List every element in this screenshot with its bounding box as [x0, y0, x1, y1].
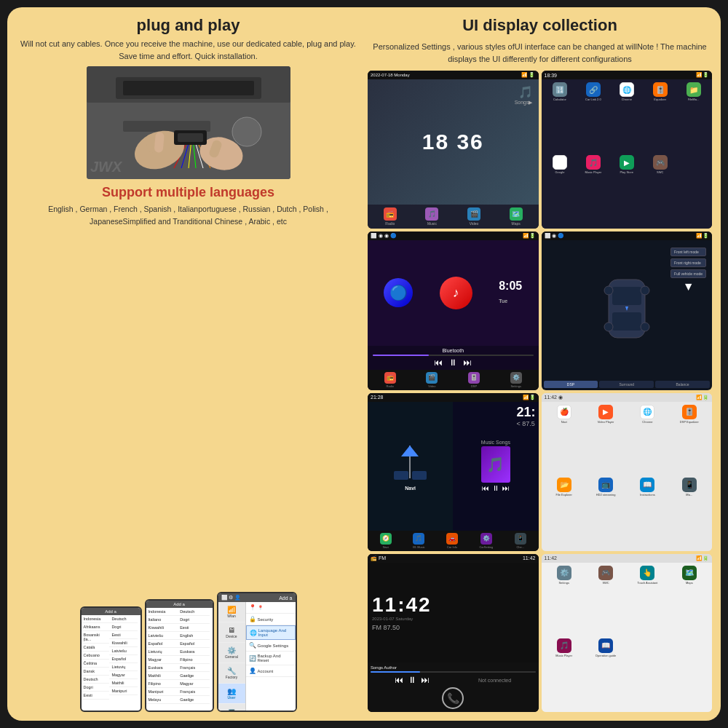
- app-hd2: 📺 HD2 streaming: [586, 478, 625, 548]
- plug-image: JWX: [87, 66, 290, 179]
- app-grid: 🔢 Calculator 🔗 Car Link 2.0 🌐 Chrome: [542, 79, 713, 229]
- ui-cell-clock1: 2022-07-18 Monday 📶 🔋 18 36 🎵 Songs▶ 📻 R…: [368, 71, 539, 229]
- lang-item: Català: [82, 644, 110, 652]
- settings-nav-factory[interactable]: 🔧 Factory: [218, 663, 245, 684]
- lang-list-panel2: Add a Indonesia Italiano Kiswahili Latvi…: [146, 601, 213, 711]
- down-arrow[interactable]: ▼: [670, 280, 706, 293]
- app-chrome: 🌐 Chrome: [611, 82, 642, 153]
- lang-item: Cebuano: [82, 652, 110, 660]
- lang-item: Español: [109, 655, 138, 663]
- b-dsp-label: DSP: [471, 384, 477, 388]
- ui-screen-dsp: ⬜ ◉ 🔵 📶🔋: [542, 232, 713, 389]
- play-icon[interactable]: ⏸: [448, 357, 457, 368]
- settings-nav-wlan[interactable]: 📶 Wlan: [218, 602, 245, 622]
- google-icon: G: [553, 155, 567, 170]
- music-next[interactable]: ⏭: [502, 484, 510, 492]
- radio-play[interactable]: ⏸: [408, 675, 416, 685]
- app-maps2: 🗺️ Maps: [670, 566, 709, 636]
- lang-item: Dogri: [178, 616, 210, 624]
- clock-main: 18 36 🎵 Songs▶: [368, 79, 539, 205]
- screen6-icons: 📶🔋: [696, 395, 709, 400]
- lang-item: Français: [178, 688, 210, 696]
- settings-nav-general[interactable]: ⚙️ General: [218, 643, 245, 663]
- swc-label: SWC: [657, 170, 663, 174]
- app-touchassist: 👆 Touch Assistant: [628, 566, 667, 636]
- app-musicplayer: 🎵 Music Player: [577, 155, 609, 226]
- plug-section: plug and play Will not cut any cables. O…: [16, 16, 360, 179]
- lang-item: Euskara: [146, 664, 178, 672]
- playstore-label: Play Store: [620, 170, 633, 174]
- settings-item-security[interactable]: 🔒 Security: [246, 614, 296, 625]
- dspeq-label: DSP Equalizer: [680, 420, 699, 424]
- app-instructions: 📖 Instructions: [628, 478, 667, 548]
- b-dsp-icon: 🎚️: [468, 372, 480, 384]
- navi-label: Navi: [383, 545, 389, 549]
- ui-display-title: UI display collection: [368, 16, 712, 35]
- dsp-tab-surround[interactable]: Surround: [599, 381, 654, 388]
- settings-nav-device[interactable]: 🖥 Device: [218, 622, 245, 643]
- google-label: Google: [555, 170, 564, 174]
- b-settings-label: Settings: [510, 384, 521, 388]
- chrome2-icon: 🌐: [640, 405, 654, 419]
- b-settings-icon: ⚙️: [510, 372, 522, 384]
- settings-nav-system[interactable]: 💻 System: [218, 704, 245, 711]
- song-title: Songs Author: [371, 665, 536, 670]
- videoplayer-icon: ▶: [598, 405, 613, 419]
- clock3-time: 11:42: [372, 593, 534, 617]
- app-apple: 🍎 Navi: [545, 405, 584, 475]
- prev-icon[interactable]: ⏮: [434, 357, 443, 368]
- app-swc2: 🎮 SWC: [586, 566, 625, 636]
- radio-prev[interactable]: ⏮: [395, 675, 403, 685]
- nav-label: Navi: [405, 486, 416, 491]
- settings-item-location[interactable]: 📍 📍: [246, 602, 296, 614]
- ui-screen-apps2: 11:42 ◉ 📶🔋 🍎 Navi ▶ Video Player: [542, 393, 713, 551]
- radio-next[interactable]: ⏭: [421, 675, 430, 685]
- lang-item: Melayu: [146, 696, 178, 704]
- music-label: Music: [427, 221, 437, 226]
- dsp-status-right: 📶🔋: [696, 233, 709, 239]
- next-icon[interactable]: ⏭: [463, 357, 472, 368]
- app-google: G Google: [545, 155, 576, 226]
- music-nav-icons: 📶🔋: [523, 395, 536, 400]
- lang-item: Español: [178, 640, 210, 648]
- b-radio-label: Radio: [387, 384, 394, 388]
- phone-icon[interactable]: 📞: [442, 687, 464, 709]
- chrome2-label: Chrome: [642, 420, 652, 424]
- settings-nav-user[interactable]: 👥 User: [218, 684, 245, 704]
- music-prev[interactable]: ⏮: [482, 484, 489, 492]
- lang-item: Eesti: [82, 692, 110, 700]
- settings-item-backup[interactable]: 🔄 Backup And Reset: [246, 652, 296, 665]
- dsp-tab-balance[interactable]: Balance: [655, 381, 710, 388]
- b-video-icon: 🎬: [426, 372, 438, 384]
- svg-text:JWX: JWX: [90, 159, 123, 175]
- ui-screen-music-nav: 21:28 📶🔋: [368, 393, 539, 551]
- b-che: 📱 Che...: [515, 533, 526, 549]
- musicplayer-icon: 🎵: [586, 155, 601, 170]
- icon-maps: 🗺️ Maps: [510, 207, 523, 226]
- ui-cell-dsp: ⬜ ◉ 🔵 📶🔋: [542, 232, 713, 389]
- music-controls-row: ⏮ ⏸ ⏭: [482, 484, 510, 492]
- lang-item: English: [178, 632, 210, 640]
- svg-rect-22: [612, 312, 641, 331]
- carlink-label: Car Link 2.0: [585, 98, 601, 101]
- chrome-icon: 🌐: [620, 82, 634, 97]
- front-right-btn[interactable]: Front right mode: [670, 258, 706, 267]
- lang-item: Gaeilge: [178, 696, 210, 704]
- status-bar-5: 21:28 📶🔋: [368, 393, 539, 402]
- full-vehicle-btn[interactable]: Full vehicle mode: [670, 269, 706, 278]
- che-label: Che...: [516, 545, 524, 549]
- nav-arrow-svg: [390, 442, 430, 486]
- plug-title: plug and play: [16, 16, 360, 35]
- dsp-tab-row: DSP Surround Balance: [542, 379, 713, 390]
- ui-cell-appgrid: 18:39 📶🔋 🔢 Calculator 🔗 Car Link 2.0: [542, 71, 713, 229]
- status-bar-1: 2022-07-18 Monday 📶 🔋: [368, 71, 539, 79]
- front-left-btn[interactable]: Front left mode: [670, 248, 706, 256]
- ui-screen-bt: ⬜ ◉ ◉ 🔵 📶🔋 🔵 ♪ 8:05Tue Bluetooth: [368, 232, 539, 389]
- settings-item-google[interactable]: 🔍 Google Settings: [246, 640, 296, 652]
- music-play[interactable]: ⏸: [492, 484, 499, 492]
- lang-item: Čeština: [82, 660, 110, 668]
- settings-item-account[interactable]: 👤 Account: [246, 665, 296, 677]
- settings-item-language[interactable]: 🌐 Lanquage And Input: [246, 625, 296, 640]
- dsp-tab-dsp[interactable]: DSP: [544, 381, 598, 388]
- status-bar-7: 📻 FM 11:42: [368, 554, 539, 563]
